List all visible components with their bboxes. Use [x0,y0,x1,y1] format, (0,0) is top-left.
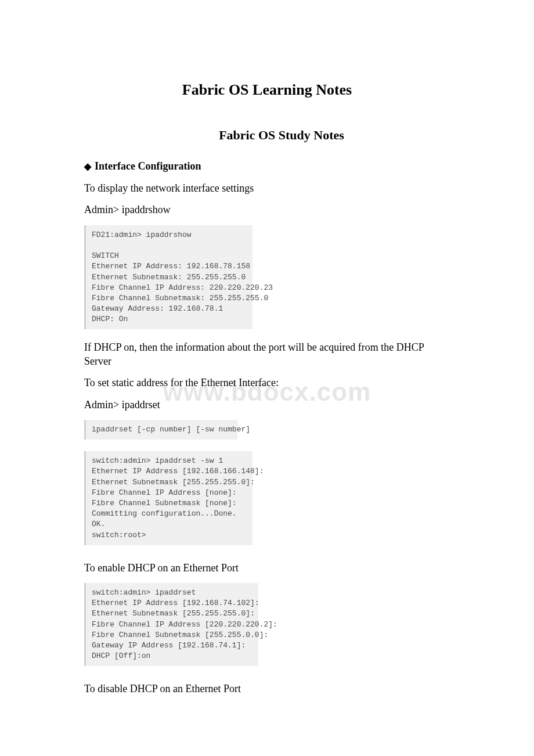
paragraph-dhcp-info: If DHCP on, then the information about t… [84,341,450,368]
page-subtitle: Fabric OS Study Notes [113,128,450,143]
paragraph-enable-dhcp: To enable DHCP on an Ethernet Port [84,561,450,575]
section-heading-interface-config: ◆ Interface Configuration [84,160,450,172]
code-block-ipaddrset-sw1: switch:admin> ipaddrset -sw 1 Ethernet I… [84,451,252,545]
command-ipaddrset: Admin> ipaddrset [84,398,450,412]
paragraph-disable-dhcp: To disable DHCP on an Ethernet Port [84,682,450,696]
code-block-ipaddrset-usage: ipaddrset [-cp number] [-sw number] [84,420,237,440]
page-title: Fabric OS Learning Notes [84,81,450,99]
paragraph-display-settings: To display the network interface setting… [84,182,450,195]
code-block-enable-dhcp: switch:admin> ipaddrset Ethernet IP Addr… [84,583,258,666]
command-ipaddrshow: Admin> ipaddrshow [84,203,450,217]
diamond-bullet-icon: ◆ [84,161,91,172]
page-content: Fabric OS Learning Notes Fabric OS Study… [0,0,534,696]
section-heading-text: Interface Configuration [95,160,201,172]
paragraph-set-static: To set static address for the Ethernet I… [84,376,450,390]
code-block-ipaddrshow-output: FD21:admin> ipaddrshow SWITCH Ethernet I… [84,225,252,330]
